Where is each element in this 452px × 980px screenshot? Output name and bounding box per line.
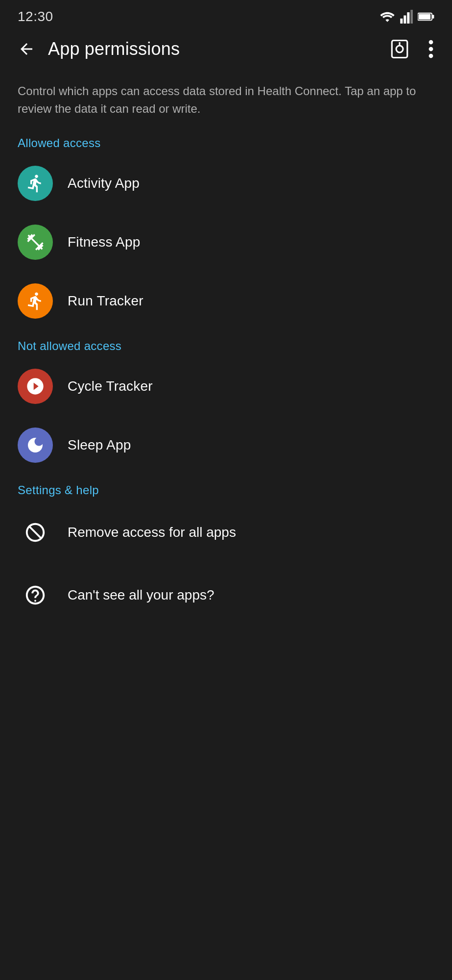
status-icons (380, 10, 434, 24)
remove-access-label: Remove access for all apps (68, 525, 236, 540)
app-bar: App permissions (0, 29, 452, 69)
not-allowed-access-header: Not allowed access (0, 330, 452, 357)
remove-access-icon (18, 515, 53, 550)
description-text: Control which apps can access data store… (0, 69, 452, 127)
fitness-app-name: Fitness App (68, 234, 141, 250)
settings-help-header: Settings & help (0, 475, 452, 501)
svg-rect-5 (432, 15, 434, 18)
cycle-tracker-item[interactable]: Cycle Tracker (0, 357, 452, 416)
cycle-tracker-name: Cycle Tracker (68, 378, 153, 394)
app-bar-actions (385, 35, 438, 63)
svg-point-13 (34, 600, 36, 602)
sleep-app-item[interactable]: Sleep App (0, 416, 452, 475)
battery-icon (418, 11, 434, 22)
status-time: 12:30 (18, 9, 53, 25)
activity-app-icon (18, 166, 53, 201)
svg-rect-2 (407, 12, 409, 24)
page-title: App permissions (48, 39, 377, 59)
more-options-button[interactable] (424, 35, 438, 63)
cycle-tracker-icon (18, 369, 53, 404)
svg-point-12 (429, 54, 433, 58)
sleep-app-name: Sleep App (68, 437, 131, 453)
wifi-icon (380, 11, 395, 22)
remove-access-item[interactable]: Remove access for all apps (0, 501, 452, 564)
back-button[interactable] (14, 36, 39, 62)
activity-app-item[interactable]: Activity App (0, 154, 452, 213)
fitness-app-item[interactable]: Fitness App (0, 213, 452, 272)
svg-rect-1 (404, 15, 406, 24)
svg-rect-0 (400, 19, 403, 24)
help-icon (18, 578, 53, 613)
svg-point-10 (429, 40, 433, 45)
svg-point-11 (429, 47, 433, 51)
run-tracker-item[interactable]: Run Tracker (0, 272, 452, 330)
activity-app-name: Activity App (68, 176, 140, 191)
signal-icon (400, 10, 413, 24)
sleep-app-icon (18, 427, 53, 463)
fitness-app-icon (18, 225, 53, 260)
allowed-access-header: Allowed access (0, 127, 452, 154)
search-apps-button[interactable] (385, 35, 414, 63)
svg-point-8 (396, 46, 403, 52)
svg-rect-3 (410, 10, 413, 24)
cant-see-apps-label: Can't see all your apps? (68, 587, 214, 603)
cant-see-apps-item[interactable]: Can't see all your apps? (0, 564, 452, 627)
phone-container: 12:30 (0, 0, 452, 980)
run-tracker-icon (18, 283, 53, 319)
svg-rect-6 (419, 14, 430, 20)
status-bar: 12:30 (0, 0, 452, 29)
run-tracker-name: Run Tracker (68, 293, 143, 309)
